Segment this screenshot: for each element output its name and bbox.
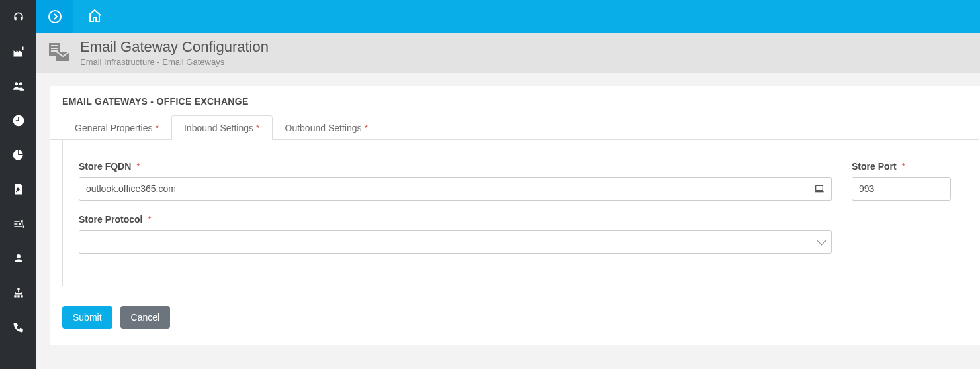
arrow-circle-icon [47, 9, 63, 25]
svg-rect-6 [816, 185, 823, 190]
tab-inbound-settings[interactable]: Inbound Settings* [171, 115, 273, 140]
required-marker: * [148, 214, 151, 225]
home-button[interactable] [87, 8, 103, 26]
laptop-icon [814, 184, 824, 193]
config-panel: EMAIL GATEWAYS - OFFICE EXCHANGE General… [50, 86, 980, 345]
sidebar-item-clock[interactable] [0, 103, 36, 138]
page-header: Email Gateway Configuration Email Infras… [36, 33, 980, 73]
sidebar-item-headset[interactable] [0, 0, 36, 34]
tabs: General Properties* Inbound Settings* Ou… [50, 115, 979, 140]
tab-label: Inbound Settings [184, 123, 253, 133]
store-protocol-select[interactable] [79, 230, 832, 254]
headset-icon [12, 11, 25, 24]
content-area: EMAIL GATEWAYS - OFFICE EXCHANGE General… [36, 73, 980, 369]
required-marker: * [902, 161, 905, 172]
store-fqdn-input[interactable] [79, 177, 807, 201]
tab-body: Store FQDN * Store Port [62, 140, 967, 286]
person-icon [13, 252, 24, 265]
sidebar-item-piechart[interactable] [0, 138, 36, 172]
users-icon [11, 79, 26, 93]
submit-button[interactable]: Submit [62, 306, 112, 329]
factory-icon [12, 45, 25, 58]
laptop-addon[interactable] [807, 177, 832, 201]
phone-icon [12, 321, 25, 334]
store-protocol-label: Store Protocol * [79, 214, 951, 225]
tab-outbound-settings[interactable]: Outbound Settings* [273, 115, 380, 140]
clock-icon [12, 114, 25, 127]
sidebar-item-phone[interactable] [0, 310, 36, 344]
left-sidebar [0, 0, 36, 369]
tab-label: General Properties [75, 123, 153, 133]
page-title: Email Gateway Configuration [80, 39, 269, 55]
sidebar-item-factory[interactable] [0, 34, 36, 69]
tab-general-properties[interactable]: General Properties* [62, 115, 171, 140]
cancel-button[interactable]: Cancel [120, 306, 171, 329]
sliders-icon [12, 217, 25, 231]
sidebar-item-docsearch[interactable] [0, 172, 36, 207]
panel-title: EMAIL GATEWAYS - OFFICE EXCHANGE [50, 87, 979, 115]
home-icon [87, 8, 103, 24]
sidebar-item-sliders[interactable] [0, 207, 36, 241]
required-marker: * [365, 123, 368, 133]
button-row: Submit Cancel [50, 298, 979, 344]
docsearch-icon [12, 183, 25, 196]
topbar [73, 0, 980, 33]
svg-rect-2 [51, 45, 58, 46]
sidebar-item-person[interactable] [0, 241, 36, 276]
store-port-label: Store Port * [852, 161, 951, 172]
required-marker: * [156, 123, 159, 133]
email-gateway-icon [48, 42, 71, 64]
tab-label: Outbound Settings [285, 123, 362, 133]
svg-point-0 [49, 11, 61, 23]
page-subtitle: Email Infrastructure - Email Gateways [80, 57, 269, 67]
piechart-icon [12, 148, 25, 162]
sidebar-item-orgchart[interactable] [0, 276, 36, 310]
required-marker: * [136, 161, 140, 172]
collapse-toggle[interactable] [36, 0, 73, 33]
required-marker: * [256, 123, 259, 133]
sidebar-item-users[interactable] [0, 69, 36, 103]
store-port-input[interactable] [852, 177, 951, 201]
orgchart-icon [12, 286, 25, 299]
svg-rect-3 [51, 48, 58, 49]
store-fqdn-label: Store FQDN * [79, 161, 832, 172]
